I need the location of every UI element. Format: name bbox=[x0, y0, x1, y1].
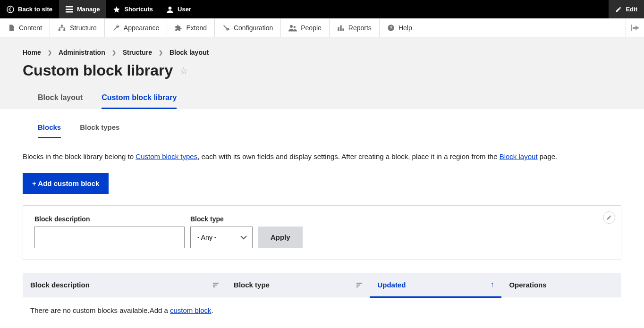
breadcrumb-administration[interactable]: Administration bbox=[59, 49, 105, 56]
svg-rect-12 bbox=[342, 28, 344, 31]
menu-structure[interactable]: Structure bbox=[50, 18, 105, 37]
svg-rect-21 bbox=[356, 286, 358, 287]
svg-rect-11 bbox=[340, 25, 341, 31]
filter-block-description: Block description bbox=[34, 215, 185, 248]
shortcuts-button[interactable]: Shortcuts bbox=[106, 0, 160, 18]
intro-text: Blocks in the block library belong to Cu… bbox=[23, 151, 621, 162]
menu-people-label: People bbox=[301, 24, 322, 32]
link-block-layout[interactable]: Block layout bbox=[500, 152, 538, 160]
chevron-right-icon: ❯ bbox=[48, 50, 52, 56]
col-block-description[interactable]: Block description bbox=[23, 273, 226, 297]
apply-button[interactable]: Apply bbox=[258, 227, 303, 248]
col-label: Operations bbox=[509, 281, 546, 289]
col-label: Updated bbox=[377, 281, 406, 289]
shortcuts-label: Shortcuts bbox=[124, 6, 153, 13]
blocks-table: Block description Block type Updated ↑ bbox=[23, 273, 621, 323]
menu-extend[interactable]: Extend bbox=[167, 18, 215, 37]
apply-label: Apply bbox=[271, 233, 290, 241]
secondary-tabs: Blocks Block types bbox=[23, 118, 621, 138]
hierarchy-icon bbox=[58, 24, 66, 32]
top-toolbar: Back to site Manage Shortcuts User Edit bbox=[0, 0, 644, 18]
contextual-edit-button[interactable] bbox=[603, 211, 615, 224]
admin-menu: Content Structure Appearance Extend Conf… bbox=[0, 18, 644, 37]
svg-point-7 bbox=[63, 29, 66, 31]
sort-icon bbox=[356, 283, 362, 287]
file-icon bbox=[8, 24, 15, 32]
svg-point-9 bbox=[294, 26, 296, 28]
svg-rect-15 bbox=[631, 25, 632, 31]
menu-reports[interactable]: Reports bbox=[330, 18, 380, 37]
empty-text: . bbox=[212, 306, 213, 314]
menu-help[interactable]: ? Help bbox=[380, 18, 420, 37]
bar-chart-icon bbox=[337, 24, 345, 32]
block-type-select[interactable]: - Any - bbox=[190, 227, 253, 248]
svg-rect-3 bbox=[66, 11, 73, 13]
edit-button[interactable]: Edit bbox=[609, 0, 644, 18]
menu-content-label: Content bbox=[19, 24, 42, 32]
breadcrumb-block-layout[interactable]: Block layout bbox=[169, 49, 209, 56]
breadcrumb-home[interactable]: Home bbox=[23, 49, 41, 56]
add-custom-block-button[interactable]: + Add custom block bbox=[23, 173, 109, 194]
pencil-icon bbox=[615, 6, 622, 13]
user-button[interactable]: User bbox=[160, 0, 198, 18]
menu-help-label: Help bbox=[398, 24, 412, 32]
breadcrumb: Home ❯ Administration ❯ Structure ❯ Bloc… bbox=[23, 49, 621, 56]
user-icon bbox=[166, 6, 174, 13]
link-add-custom-block[interactable]: custom block bbox=[170, 306, 212, 314]
svg-rect-17 bbox=[213, 285, 217, 286]
svg-point-4 bbox=[169, 7, 172, 10]
menu-configuration-label: Configuration bbox=[234, 24, 273, 32]
manage-label: Manage bbox=[77, 6, 100, 13]
empty-text: There are no custom blocks available. bbox=[30, 306, 150, 314]
page-title: Custom block library bbox=[23, 62, 173, 79]
menu-people[interactable]: People bbox=[281, 18, 330, 37]
menu-appearance[interactable]: Appearance bbox=[105, 18, 168, 37]
svg-point-0 bbox=[7, 6, 14, 13]
main-content: Blocks Block types Blocks in the block l… bbox=[0, 109, 644, 328]
puzzle-icon bbox=[175, 24, 182, 32]
question-circle-icon: ? bbox=[387, 24, 395, 32]
chevron-right-icon: ❯ bbox=[159, 50, 163, 56]
tab-block-layout[interactable]: Block layout bbox=[38, 90, 83, 109]
subtab-block-types[interactable]: Block types bbox=[80, 118, 119, 138]
sort-icon bbox=[213, 283, 219, 287]
svg-rect-2 bbox=[66, 8, 73, 10]
col-updated[interactable]: Updated ↑ bbox=[370, 273, 501, 297]
collapse-icon bbox=[631, 25, 639, 31]
orientation-toggle[interactable] bbox=[626, 18, 644, 37]
table-empty-row: There are no custom blocks available.Add… bbox=[23, 297, 621, 323]
subtab-blocks[interactable]: Blocks bbox=[38, 118, 61, 138]
favorite-star-icon[interactable]: ☆ bbox=[179, 65, 188, 76]
svg-rect-20 bbox=[356, 285, 360, 286]
back-to-site-button[interactable]: Back to site bbox=[0, 0, 59, 18]
filter-panel: Block description Block type - Any - App… bbox=[23, 205, 621, 260]
breadcrumb-structure[interactable]: Structure bbox=[123, 49, 152, 56]
menu-appearance-label: Appearance bbox=[124, 24, 160, 32]
wrench-icon bbox=[112, 24, 120, 32]
menu-content[interactable]: Content bbox=[0, 18, 50, 37]
svg-point-5 bbox=[61, 25, 63, 27]
tab-custom-block-library[interactable]: Custom block library bbox=[102, 90, 177, 109]
back-to-site-label: Back to site bbox=[18, 6, 52, 13]
col-block-type[interactable]: Block type bbox=[226, 273, 370, 297]
filter-type-label: Block type bbox=[190, 215, 253, 223]
header-region: Home ❯ Administration ❯ Structure ❯ Bloc… bbox=[0, 37, 644, 109]
svg-rect-16 bbox=[213, 283, 219, 284]
chevron-right-icon: ❯ bbox=[112, 50, 116, 56]
menu-reports-label: Reports bbox=[348, 24, 372, 32]
svg-point-6 bbox=[59, 29, 61, 31]
manage-button[interactable]: Manage bbox=[59, 0, 106, 18]
arrow-left-circle-icon bbox=[7, 6, 14, 13]
block-description-input[interactable] bbox=[34, 227, 185, 248]
user-label: User bbox=[178, 6, 191, 13]
col-label: Block type bbox=[234, 281, 270, 289]
add-custom-block-label: + Add custom block bbox=[32, 179, 99, 187]
intro-text-part: page. bbox=[538, 152, 558, 160]
col-operations: Operations bbox=[501, 273, 621, 297]
hamburger-icon bbox=[66, 6, 73, 13]
svg-rect-1 bbox=[66, 6, 73, 8]
wrench-icon bbox=[222, 24, 230, 32]
link-custom-block-types[interactable]: Custom block types bbox=[136, 152, 197, 160]
menu-configuration[interactable]: Configuration bbox=[215, 18, 281, 37]
menu-extend-label: Extend bbox=[186, 24, 207, 32]
